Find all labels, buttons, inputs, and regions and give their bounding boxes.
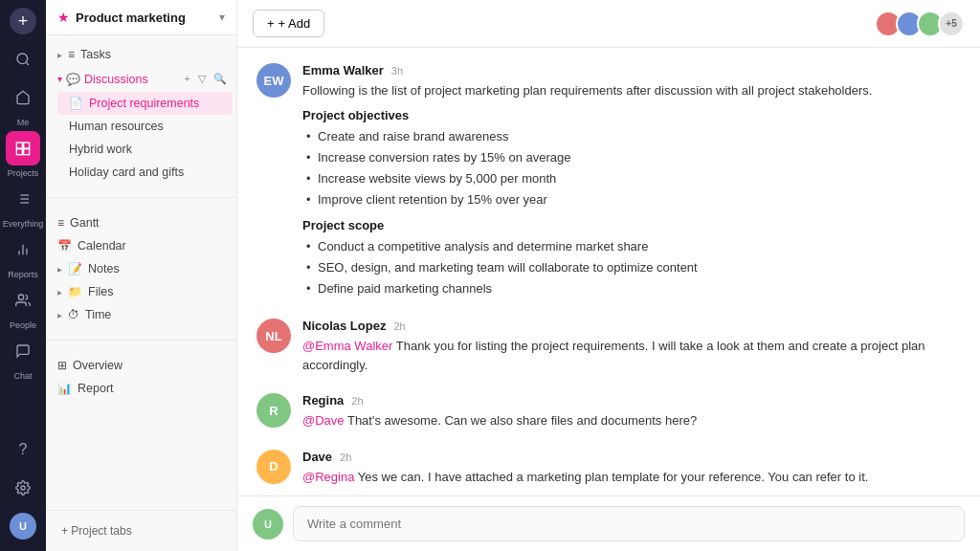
reports-nav-icon[interactable] (6, 232, 40, 267)
expand-icon: ▸ (57, 50, 62, 60)
everything-nav-label: Everything (3, 219, 44, 229)
reports-nav-label: Reports (8, 270, 38, 279)
comment-header-nicolas: Nicolas Lopez 2h (302, 319, 961, 333)
calendar-icon: 📅 (57, 239, 72, 253)
list-item: Create and raise brand awareness (306, 126, 961, 147)
list-item: Improve client retention by 15% over yea… (306, 189, 961, 210)
avatar-regina: R (256, 393, 291, 428)
add-button[interactable]: + + Add (253, 10, 324, 37)
discussion-item-hybrid-work[interactable]: Hybrid work (57, 138, 233, 161)
search-nav-icon[interactable] (6, 42, 40, 77)
list-item: SEO, design, and marketing team will col… (306, 257, 961, 278)
time-item[interactable]: ▸ ⏱ Time (46, 303, 236, 326)
comment-nicolas: NL Nicolas Lopez 2h @Emma Walker Thank y… (256, 319, 961, 374)
gantt-icon: ≡ (57, 216, 64, 230)
chevron-down-icon[interactable]: ▾ (219, 11, 225, 24)
notes-item[interactable]: ▸ 📝 Notes (46, 257, 236, 280)
comment-text-regina: @Dave That's awesome. Can we also share … (302, 411, 961, 430)
project-title: Product marketing (76, 11, 213, 25)
svg-rect-4 (16, 149, 22, 155)
me-nav-icon[interactable] (6, 80, 40, 115)
expand-notes-icon: ▸ (57, 264, 62, 275)
comment-header-dave: Dave 2h (302, 450, 961, 464)
objectives-list: Create and raise brand awareness Increas… (306, 126, 961, 210)
filter-discussion-btn[interactable]: ▽ (196, 71, 208, 87)
files-box-icon: 📁 (68, 285, 82, 298)
sidebar-bottom: + Project tabs (46, 510, 236, 551)
avatar-emma: EW (256, 63, 291, 98)
avatars-group: +5 (875, 11, 965, 37)
avatar-more[interactable]: +5 (938, 11, 965, 37)
discussions-header: ▾ 💬 Discussions + ▽ 🔍 (46, 66, 236, 92)
svg-line-1 (26, 62, 29, 65)
time-clock-icon: ⏱ (68, 308, 79, 321)
list-item: Increase conversion rates by 15% on aver… (306, 147, 961, 168)
projects-nav-icon[interactable] (6, 131, 40, 165)
comment-regina: R Regina 2h @Dave That's awesome. Can we… (256, 393, 961, 430)
global-add-button[interactable]: + (10, 8, 36, 34)
discussions-label: Discussions (84, 73, 148, 86)
star-icon: ★ (57, 10, 70, 25)
list-item: Increase website views by 5,000 per mont… (306, 168, 961, 189)
calendar-label: Calendar (78, 239, 126, 253)
report-label: Report (78, 382, 114, 395)
gantt-label: Gantt (70, 216, 100, 230)
chat-nav-icon[interactable] (6, 334, 40, 368)
comment-input[interactable] (293, 506, 965, 541)
everything-nav-icon[interactable] (6, 182, 40, 216)
search-discussion-btn[interactable]: 🔍 (212, 71, 229, 87)
sidebar: ★ Product marketing ▾ ▸ ≡ Tasks ▾ 💬 Disc… (46, 0, 237, 551)
avatar-dave: D (256, 450, 291, 484)
people-nav-icon[interactable] (6, 283, 40, 318)
notes-box-icon: 📝 (68, 262, 82, 276)
time-dave: 2h (340, 452, 351, 463)
comment-text-nicolas: @Emma Walker Thank you for listing the p… (302, 337, 961, 374)
svg-rect-3 (24, 143, 30, 148)
files-item[interactable]: ▸ 📁 Files (46, 280, 236, 303)
me-nav-label: Me (17, 118, 30, 127)
mention-dave: @Dave (302, 413, 345, 428)
overview-item[interactable]: ⊞ Overview (46, 354, 236, 377)
svg-rect-2 (16, 143, 22, 148)
calendar-item[interactable]: 📅 Calendar (46, 234, 236, 257)
gantt-item[interactable]: ≡ Gantt (46, 211, 236, 234)
add-tabs-button[interactable]: + Project tabs (54, 518, 229, 543)
add-label: + Add (278, 16, 311, 31)
discussion-item-label: Human resources (69, 120, 164, 133)
expand-files-icon: ▸ (57, 287, 62, 298)
svg-point-16 (21, 486, 25, 490)
author-regina: Regina (302, 393, 344, 408)
report-item[interactable]: 📊 Report (46, 377, 236, 400)
add-plus-icon: + (267, 16, 275, 31)
overview-label: Overview (73, 359, 122, 372)
discussion-item-holiday-card[interactable]: Holiday card and gifts (57, 161, 233, 184)
comment-header-regina: Regina 2h (302, 393, 961, 408)
svg-rect-5 (24, 149, 30, 155)
help-nav-icon[interactable]: ? (6, 432, 40, 467)
people-nav-label: People (10, 320, 36, 330)
discussion-area: EW Emma Walker 3h Following is the list … (237, 48, 980, 496)
discussion-item-label: Holiday card and gifts (69, 165, 184, 179)
add-discussion-btn[interactable]: + (183, 71, 192, 87)
section-heading-objectives: Project objectives (302, 108, 961, 122)
author-emma: Emma Walker (302, 63, 384, 77)
time-label: Time (85, 308, 111, 321)
comment-body-dave: Dave 2h @Regina Yes we can. I have attac… (302, 450, 961, 496)
svg-point-0 (17, 54, 28, 64)
tasks-label: Tasks (80, 48, 111, 61)
author-nicolas: Nicolas Lopez (302, 319, 386, 333)
discussion-item-human-resources[interactable]: Human resources (57, 115, 233, 138)
projects-nav-label: Projects (8, 168, 39, 178)
notes-label: Notes (88, 262, 120, 276)
list-item: Conduct a competitive analysis and deter… (306, 236, 961, 257)
comment-emma: EW Emma Walker 3h Following is the list … (256, 63, 961, 299)
comment-content-nicolas: Thank you for listing the project requir… (302, 339, 925, 372)
discussion-item-label: Project requirements (89, 97, 199, 110)
current-user-avatar: U (253, 509, 283, 540)
expand-time-icon: ▸ (57, 310, 62, 320)
discussion-item-project-requirements[interactable]: 📄 Project requirements (57, 92, 233, 115)
settings-nav-icon[interactable] (6, 471, 40, 505)
comment-body-emma: Emma Walker 3h Following is the list of … (302, 63, 961, 299)
tasks-section-header[interactable]: ▸ ≡ Tasks (46, 43, 236, 66)
user-avatar-nav[interactable]: U (10, 513, 36, 540)
